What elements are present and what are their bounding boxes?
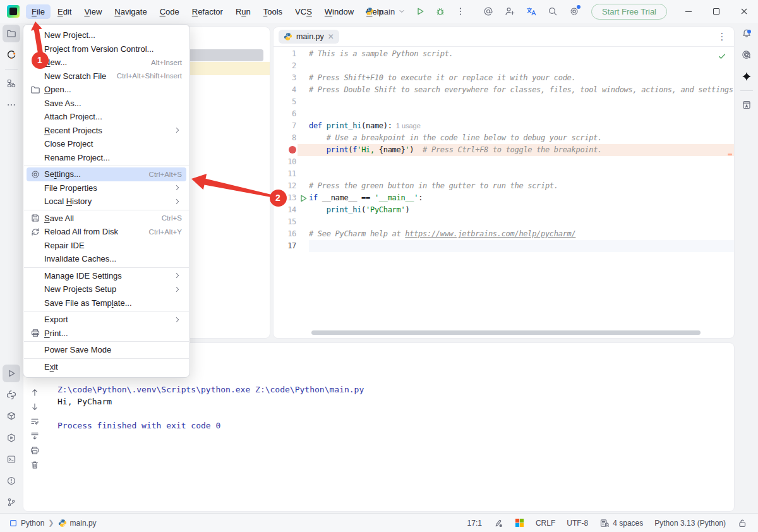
menu-item-rename-project[interactable]: Rename Project... <box>27 151 186 165</box>
code-with-me-button[interactable] <box>499 0 520 23</box>
tool-window-button-notifications[interactable] <box>738 25 755 42</box>
line-number[interactable]: 6 <box>274 108 298 120</box>
menubar-item-run[interactable]: Run <box>230 4 256 19</box>
menu-item-new-project[interactable]: New Project... <box>27 28 186 42</box>
status-widget-highlighting-level[interactable] <box>489 516 508 530</box>
tool-window-button-terminal[interactable] <box>3 450 20 468</box>
code-text[interactable]: # This is a sample Python script. <box>309 48 734 60</box>
code-text[interactable]: # Press Shift+F10 to execute it or repla… <box>309 72 734 84</box>
line-number[interactable]: 7 <box>274 120 298 132</box>
menubar-item-view[interactable]: View <box>78 4 107 19</box>
debug-button[interactable] <box>431 2 450 21</box>
console-soft-wrap-button[interactable] <box>27 414 42 428</box>
console-arrow-down-button[interactable] <box>27 399 42 414</box>
line-number[interactable]: 8 <box>274 132 298 144</box>
tool-window-button-python-console[interactable] <box>3 386 20 404</box>
menu-item-new[interactable]: New...Alt+Insert <box>27 56 186 70</box>
tool-window-button-python-packages[interactable] <box>3 46 20 64</box>
tab-close-icon[interactable]: ✕ <box>328 33 334 40</box>
menu-item-attach-project[interactable]: Attach Project... <box>27 110 186 124</box>
code-text[interactable] <box>309 216 734 228</box>
line-number[interactable]: 11 <box>274 168 298 180</box>
breadcrumb-project[interactable]: Python <box>9 519 44 528</box>
line-number[interactable]: 16 <box>274 228 298 240</box>
menu-item-recent-projects[interactable]: Recent Projects <box>27 124 186 138</box>
menu-item-close-project[interactable]: Close Project <box>27 137 186 151</box>
status-widget-microsoft-plugin[interactable] <box>510 516 529 529</box>
ai-mention-button[interactable] <box>478 0 499 23</box>
line-number[interactable]: 10 <box>274 156 298 168</box>
code-text[interactable]: # Press Double Shift to search everywher… <box>309 84 734 96</box>
menu-item-local-history[interactable]: Local History <box>27 195 186 209</box>
menu-item-file-properties[interactable]: File Properties <box>27 181 186 195</box>
menu-item-reload-all-from-disk[interactable]: Reload All from DiskCtrl+Alt+Y <box>27 225 186 239</box>
console-arrow-up-button[interactable] <box>27 385 42 399</box>
start-free-trial-button[interactable]: Start Free Trial <box>591 4 667 20</box>
line-number[interactable]: 14 <box>274 204 298 216</box>
editor-horizontal-scrollbar[interactable] <box>311 330 701 335</box>
line-number[interactable]: 12 <box>274 180 298 192</box>
menubar-item-refactor[interactable]: Refactor <box>186 4 229 19</box>
line-number[interactable]: 3 <box>274 72 298 84</box>
menu-item-save-file-as-template[interactable]: Save File as Template... <box>27 296 186 310</box>
menubar-item-code[interactable]: Code <box>154 4 185 19</box>
status-widget-encoding[interactable]: UTF-8 <box>562 517 593 529</box>
console-trash-button[interactable] <box>27 457 42 472</box>
menu-item-project-from-version-control[interactable]: Project from Version Control... <box>27 42 186 56</box>
menubar-item-vcs[interactable]: VCS <box>289 4 318 19</box>
ide-settings-button[interactable] <box>563 0 585 23</box>
menu-item-exit[interactable]: Exit <box>27 360 186 374</box>
tool-window-button-junie[interactable] <box>738 68 755 85</box>
breadcrumb-file[interactable]: main.py <box>58 519 97 528</box>
status-widget-caret-position[interactable]: 17:1 <box>463 517 486 529</box>
line-number[interactable]: 1 <box>274 48 298 60</box>
menu-item-open[interactable]: Open... <box>27 83 186 97</box>
run-button[interactable] <box>411 2 430 21</box>
editor-options-kebab-icon[interactable]: ⋮ <box>715 31 729 42</box>
status-widget-line-separator[interactable]: CRLF <box>531 517 560 529</box>
menubar-item-tools[interactable]: Tools <box>258 4 288 19</box>
menu-item-manage-ide-settings[interactable]: Manage IDE Settings <box>27 269 186 283</box>
menubar-item-edit[interactable]: Edit <box>52 4 77 19</box>
menu-item-repair-ide[interactable]: Repair IDE <box>27 239 186 253</box>
tool-window-button-project[interactable] <box>3 25 20 42</box>
code-text[interactable]: if __name__ == '__main__': <box>309 192 734 204</box>
menu-item-print[interactable]: Print... <box>27 327 186 341</box>
tool-window-button-problems[interactable] <box>3 472 20 490</box>
line-number[interactable]: 5 <box>274 96 298 108</box>
code-text[interactable] <box>309 156 734 168</box>
code-text[interactable]: print_hi('PyCharm') <box>309 204 734 216</box>
code-text[interactable]: print(f'Hi, {name}') # Press Ctrl+F8 to … <box>309 144 734 156</box>
more-run-options-button[interactable] <box>451 2 470 21</box>
tool-window-button-run[interactable] <box>3 365 20 382</box>
code-text[interactable]: def print_hi(name): 1 usage <box>309 120 734 132</box>
code-text[interactable]: # See PyCharm help at https://www.jetbra… <box>309 228 734 240</box>
line-number[interactable] <box>274 144 298 156</box>
status-widget-indent-style[interactable]: 4 spaces <box>595 516 647 530</box>
run-line-icon[interactable] <box>298 192 309 204</box>
status-widget-interpreter[interactable]: Python 3.13 (Python) <box>650 517 730 529</box>
run-configuration-widget[interactable]: main <box>361 5 409 18</box>
menu-item-save-as[interactable]: Save As... <box>27 97 186 111</box>
code-text[interactable]: # Use a breakpoint in the code line belo… <box>309 132 734 144</box>
console-printer-button[interactable] <box>27 443 42 457</box>
breakpoint-icon[interactable] <box>289 146 296 154</box>
tool-window-button-structure[interactable] <box>3 75 20 92</box>
tab-main-py[interactable]: main.py ✕ <box>279 30 339 44</box>
tool-window-button-version-control[interactable] <box>3 493 20 511</box>
line-number[interactable]: 2 <box>274 60 298 72</box>
minimize-button[interactable] <box>675 0 702 23</box>
code-text[interactable] <box>309 240 734 252</box>
line-number[interactable]: 13 <box>274 192 298 204</box>
code-text[interactable] <box>309 60 734 72</box>
menubar-item-window[interactable]: Window <box>319 4 359 19</box>
menu-item-power-save-mode[interactable]: Power Save Mode <box>27 343 186 357</box>
status-widget-lock[interactable] <box>733 516 752 530</box>
line-number[interactable]: 4 <box>274 84 298 96</box>
menu-item-new-projects-setup[interactable]: New Projects Setup <box>27 282 186 296</box>
inspections-ok-icon[interactable] <box>718 52 726 61</box>
tool-window-button-packages[interactable] <box>3 408 20 425</box>
code-text[interactable] <box>309 168 734 180</box>
menu-item-export[interactable]: Export <box>27 313 186 327</box>
menu-item-new-scratch-file[interactable]: New Scratch FileCtrl+Alt+Shift+Insert <box>27 70 186 83</box>
